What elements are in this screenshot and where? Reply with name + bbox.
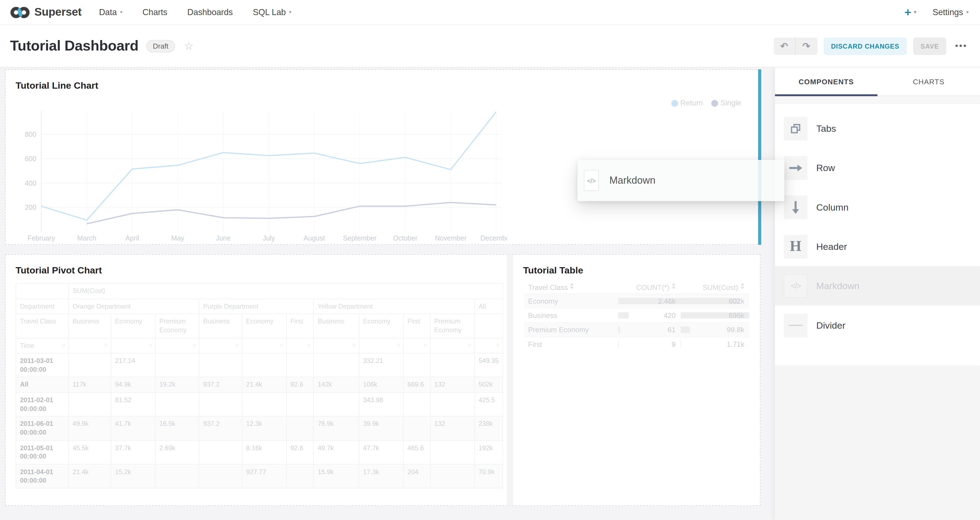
nav-item-label: Charts — [143, 8, 167, 17]
pivot-class-header: First — [403, 314, 430, 338]
panel-strip — [775, 96, 980, 103]
more-options-button[interactable]: ••• — [953, 41, 970, 51]
panel-item-header[interactable]: HHeader — [775, 227, 980, 266]
tabs-icon — [789, 122, 802, 135]
tab-components[interactable]: COMPONENTS — [775, 68, 878, 95]
pivot-cell: 45.5k — [69, 441, 111, 464]
redo-button[interactable]: ↷ — [795, 37, 817, 55]
sum-cost-cell: 1.71k — [681, 341, 749, 348]
count-bar — [618, 341, 619, 347]
sort-icon[interactable]: ↓↑ — [352, 341, 355, 349]
pivot-class-row: Travel ClassBusinessEconomyPremium Econo… — [16, 314, 503, 338]
table-row: Premium Economy6199.8k — [525, 322, 749, 337]
pivot-cell — [199, 464, 242, 488]
sort-icon[interactable]: ↓↑ — [279, 341, 282, 349]
x-tick-label: September — [343, 234, 376, 242]
favorite-star-icon[interactable]: ☆ — [184, 39, 194, 52]
panel-item-divider[interactable]: Divider — [775, 305, 980, 344]
pivot-cell — [314, 393, 359, 417]
nav-item-dashboards[interactable]: Dashboards — [188, 8, 233, 17]
sort-icon[interactable]: ↓↑ — [307, 341, 310, 349]
pivot-cell: 132 — [430, 417, 474, 441]
travel-class-cell: Premium Economy — [525, 326, 618, 333]
pivot-cell: 12.3k — [242, 417, 286, 441]
column-header-travelclass[interactable]: Travel Class — [525, 282, 618, 291]
legend-label: Return — [680, 98, 703, 107]
pivot-sort-cell: ↓↑ — [474, 338, 503, 354]
sum-cost-cell: 602k — [681, 297, 749, 305]
sum-cost-cell: 99.8k — [681, 326, 749, 333]
pivot-cell: 204 — [403, 464, 430, 488]
sum-cost-value: 602k — [729, 297, 745, 305]
table-title: Tutorial Table — [523, 265, 583, 276]
pivot-department-yellow-department: Yellow Department — [314, 299, 474, 314]
sort-icon[interactable]: ↓↑ — [148, 341, 151, 349]
column-header-sumcost[interactable]: SUM(Cost) — [681, 282, 749, 291]
legend-item-return[interactable]: Return — [671, 98, 703, 107]
pivot-cell: 15.2k — [111, 464, 155, 488]
header-actions: ↶ ↷ DISCARD CHANGES SAVE ••• — [773, 37, 970, 55]
nav-item-charts[interactable]: Charts — [143, 8, 167, 17]
nav-item-data[interactable]: Data▾ — [99, 8, 122, 17]
legend-dot — [671, 100, 678, 106]
sort-up-icon — [672, 282, 676, 285]
sort-icon[interactable]: ↓↑ — [467, 341, 470, 349]
dashboard-row-line-chart[interactable]: Tutorial Line Chart ReturnSingle 2004006… — [5, 70, 760, 245]
x-tick-label: August — [304, 234, 325, 242]
page-title[interactable]: Tutorial Dashboard — [10, 37, 138, 54]
panel-item-tabs[interactable]: Tabs — [775, 109, 980, 148]
sort-icon[interactable]: ↓↑ — [104, 341, 107, 349]
sort-icon[interactable]: ↓↑ — [396, 341, 399, 349]
pivot-cell: 142k — [314, 377, 359, 393]
count-cell: 61 — [618, 326, 681, 333]
undo-button[interactable]: ↶ — [773, 37, 795, 55]
pivot-class-header — [474, 314, 503, 338]
dragged-card-label: Markdown — [609, 175, 655, 186]
pivot-cell — [430, 354, 474, 377]
sort-caret-icon[interactable] — [570, 282, 574, 289]
pivot-class-header: Premium Economy — [155, 314, 199, 338]
nav-menu: Data▾ChartsDashboardsSQL Lab▾ — [99, 8, 291, 17]
y-tick-label: 200 — [25, 203, 36, 211]
panel-item-row[interactable]: Row — [775, 148, 980, 187]
pivot-sort-cell: ↓↑ — [111, 338, 155, 354]
sort-icon[interactable]: ↓↑ — [192, 341, 195, 349]
sort-icon[interactable]: ↓↑ — [235, 341, 238, 349]
sort-icon[interactable]: ↓↑ — [496, 341, 499, 349]
sum-cost-value: 1.71k — [727, 341, 744, 348]
pivot-sort-cell: ↓↑ — [403, 338, 430, 354]
settings-menu[interactable]: Settings ▾ — [932, 8, 969, 17]
save-button[interactable]: SAVE — [913, 37, 947, 55]
column-header-count[interactable]: COUNT(*) — [618, 282, 681, 291]
sort-icon[interactable]: ↓↑ — [61, 341, 64, 349]
pivot-cell — [430, 393, 474, 417]
add-new-button[interactable]: + ▾ — [904, 5, 916, 19]
table-header-row: Travel ClassCOUNT(*)SUM(Cost) — [525, 280, 749, 293]
discard-changes-button[interactable]: DISCARD CHANGES — [823, 37, 907, 55]
sort-icon[interactable]: ↓↑ — [423, 341, 426, 349]
travel-class-value: Economy — [528, 297, 558, 305]
tab-charts[interactable]: CHARTS — [878, 68, 980, 95]
dashboard-row-tables[interactable]: Tutorial Pivot Chart SUM(Cost)Department… — [5, 254, 760, 506]
pivot-sort-row: Time↓↑↓↑↓↑↓↑↓↑↓↑↓↑↓↑↓↑↓↑↓↑↓↑ — [16, 338, 503, 354]
card-divider — [507, 255, 513, 505]
superset-logo[interactable]: Superset — [10, 5, 81, 19]
nav-item-label: Data — [99, 8, 117, 17]
pivot-cell: 49.7k — [314, 441, 359, 464]
table-row: First91.71k — [525, 337, 749, 351]
legend-item-single[interactable]: Single — [711, 98, 741, 107]
panel-item-label: Row — [816, 162, 835, 173]
pivot-cell: 81.52 — [111, 393, 155, 417]
dragged-markdown-card[interactable]: </> Markdown — [578, 160, 784, 201]
sort-caret-icon[interactable] — [741, 282, 745, 289]
pivot-sort-cell: ↓↑ — [430, 338, 474, 354]
panel-tabbar: COMPONENTSCHARTS — [775, 68, 980, 97]
pivot-row-time: 2011-03-01 00:00:00 — [16, 354, 69, 377]
table-row: 2011-02-01 00:00:0081.52343.98425.5 — [16, 393, 503, 417]
sort-caret-icon[interactable] — [672, 282, 676, 289]
pivot-class-header: Economy — [111, 314, 155, 338]
panel-item-column[interactable]: Column — [775, 187, 980, 227]
nav-item-sql-lab[interactable]: SQL Lab▾ — [253, 8, 291, 17]
pivot-cell: 669.6 — [403, 377, 430, 393]
dashboard-header: Tutorial Dashboard Draft ☆ ↶ ↷ DISCARD C… — [0, 25, 980, 68]
